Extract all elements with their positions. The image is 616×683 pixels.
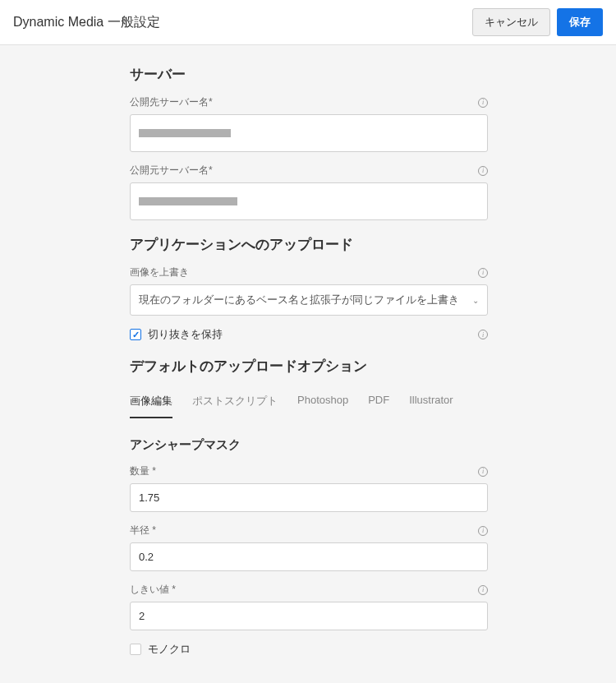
content: サーバー 公開先サーバー名* i 公開元サーバー名* i アプリケーションへのア… — [0, 45, 616, 683]
info-icon[interactable]: i — [478, 166, 488, 176]
checkmark-icon: ✓ — [132, 330, 140, 340]
radius-input[interactable] — [130, 542, 488, 571]
info-icon[interactable]: i — [478, 268, 488, 278]
amount-input[interactable] — [130, 483, 488, 512]
unsharp-heading: アンシャープマスク — [130, 437, 488, 453]
amount-field: 数量 * i — [130, 464, 488, 512]
redacted-value — [139, 129, 231, 137]
cancel-button[interactable]: キャンセル — [472, 8, 550, 36]
tab-photoshop[interactable]: Photoshop — [297, 394, 348, 418]
overwrite-label: 画像を上書き — [130, 265, 189, 279]
overwrite-value: 現在のフォルダーにあるベース名と拡張子が同じファイルを上書き — [139, 293, 459, 307]
origin-server-label: 公開元サーバー名* — [130, 164, 213, 178]
info-icon[interactable]: i — [478, 98, 488, 108]
save-button[interactable]: 保存 — [557, 8, 603, 36]
published-server-field: 公開先サーバー名* i — [130, 95, 488, 152]
overwrite-field: 画像を上書き i 現在のフォルダーにあるベース名と拡張子が同じファイルを上書き … — [130, 265, 488, 316]
tab-image-edit[interactable]: 画像編集 — [130, 394, 172, 418]
page-title: Dynamic Media 一般設定 — [13, 14, 160, 31]
preserve-crop-label: 切り抜きを保持 — [148, 327, 223, 342]
threshold-input[interactable] — [130, 602, 488, 630]
amount-label: 数量 * — [130, 464, 156, 478]
preserve-crop-checkbox[interactable]: ✓ — [130, 329, 141, 340]
info-icon[interactable]: i — [478, 526, 488, 536]
header: Dynamic Media 一般設定 キャンセル 保存 — [0, 0, 616, 45]
radius-field: 半径 * i — [130, 524, 488, 571]
info-icon[interactable]: i — [478, 585, 488, 595]
monochrome-row: モノクロ — [130, 642, 488, 657]
form-area: サーバー 公開先サーバー名* i 公開元サーバー名* i アプリケーションへのア… — [130, 65, 488, 657]
published-server-input[interactable] — [130, 114, 488, 152]
preserve-crop-row: ✓ 切り抜きを保持 i — [130, 327, 488, 342]
redacted-value — [139, 197, 237, 205]
upload-section-heading: アプリケーションへのアップロード — [130, 235, 488, 254]
tab-postscript[interactable]: ポストスクリプト — [192, 394, 278, 418]
chevron-down-icon: ⌄ — [472, 296, 479, 305]
header-actions: キャンセル 保存 — [472, 8, 603, 36]
threshold-field: しきい値 * i — [130, 583, 488, 630]
server-section-heading: サーバー — [130, 65, 488, 84]
info-icon[interactable]: i — [478, 467, 488, 477]
radius-label: 半径 * — [130, 524, 156, 538]
overwrite-select[interactable]: 現在のフォルダーにあるベース名と拡張子が同じファイルを上書き ⌄ — [130, 284, 488, 316]
origin-server-input[interactable] — [130, 182, 488, 220]
monochrome-checkbox[interactable] — [130, 644, 141, 655]
monochrome-label: モノクロ — [148, 642, 191, 657]
tabs: 画像編集 ポストスクリプト Photoshop PDF Illustrator — [130, 394, 488, 419]
tab-pdf[interactable]: PDF — [368, 394, 389, 418]
origin-server-field: 公開元サーバー名* i — [130, 164, 488, 220]
published-server-label: 公開先サーバー名* — [130, 95, 213, 109]
default-options-heading: デフォルトのアップロードオプション — [130, 357, 488, 376]
info-icon[interactable]: i — [478, 330, 488, 339]
tab-illustrator[interactable]: Illustrator — [409, 394, 453, 418]
threshold-label: しきい値 * — [130, 583, 176, 597]
